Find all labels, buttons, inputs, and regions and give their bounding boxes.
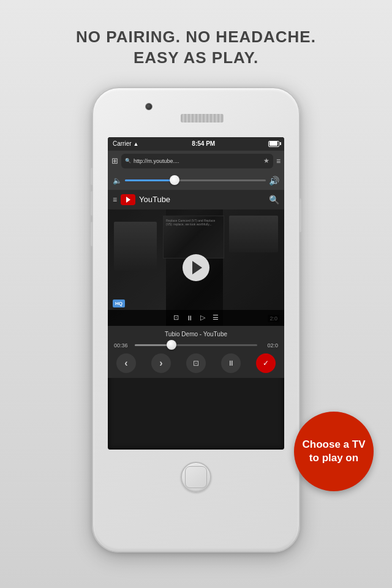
- video-controls-strip: ⊡ ⏸ ▷ ☰: [108, 310, 284, 326]
- tv-checkmark-icon: ✓: [263, 359, 269, 368]
- volume-fill: [125, 179, 175, 181]
- youtube-logo: [121, 194, 135, 205]
- next-button[interactable]: ›: [151, 353, 171, 373]
- volume-low-icon: 🔈: [113, 176, 122, 185]
- next-icon: ›: [159, 358, 162, 369]
- browser-bar[interactable]: ⊞ 🔍 http://m.youtube.... ★ ≡: [108, 151, 284, 172]
- hq-badge[interactable]: HQ: [113, 300, 125, 307]
- youtube-nav-bar: ≡ YouTube 🔍: [108, 190, 284, 209]
- player-seekbar[interactable]: 00:36 02:0: [114, 342, 278, 349]
- header-title: NO PAIRING. NO HEADACHE. EASY AS PLAY.: [12, 13, 380, 80]
- header-line1: NO PAIRING. NO HEADACHE.: [76, 28, 316, 46]
- pause-button[interactable]: ⏸: [221, 353, 241, 373]
- cast-icon: ⊡: [193, 359, 199, 368]
- seek-fill: [135, 344, 172, 346]
- phone-frame: Carrier ▲ 8:54 PM ⊞ 🔍 http://m.youtube..…: [92, 87, 300, 552]
- player-title: Tubio Demo - YouTube: [114, 331, 278, 337]
- search-button-icon[interactable]: 🔍: [269, 195, 279, 205]
- player-buttons: ‹ › ⊡ ⏸ ✓: [114, 353, 278, 373]
- volume-down-button[interactable]: [91, 222, 93, 246]
- player-section: Tubio Demo - YouTube 00:36 02:0 ‹ ›: [108, 326, 284, 378]
- phone-bottom: [181, 450, 211, 505]
- bookmark-star-icon[interactable]: ★: [263, 157, 270, 165]
- home-button-inner: [185, 466, 207, 488]
- video-area[interactable]: Replace Camcord (V7) and Replace (V5): r…: [108, 209, 284, 326]
- bookmarks-icon[interactable]: ⊞: [111, 156, 118, 165]
- ctrl-icon-4: ☰: [213, 314, 219, 322]
- url-text: http://m.youtube....: [134, 158, 261, 164]
- prev-button[interactable]: ‹: [116, 353, 136, 373]
- status-right: [268, 141, 279, 147]
- youtube-title: YouTube: [139, 195, 265, 204]
- header: NO PAIRING. NO HEADACHE. EASY AS PLAY.: [0, 0, 392, 87]
- ctrl-icon-2: ⏸: [186, 314, 193, 322]
- home-button[interactable]: [181, 462, 211, 492]
- hamburger-menu-icon[interactable]: ≡: [113, 195, 117, 204]
- browser-menu-icon[interactable]: ≡: [276, 157, 281, 165]
- status-bar: Carrier ▲ 8:54 PM: [108, 137, 284, 151]
- header-line2: EASY AS PLAY.: [134, 48, 258, 67]
- search-icon: 🔍: [125, 158, 131, 164]
- status-time: 8:54 PM: [192, 140, 215, 147]
- youtube-play-icon: [126, 197, 130, 203]
- seek-time-start: 00:36: [114, 342, 131, 349]
- volume-up-button[interactable]: [91, 191, 93, 216]
- seek-thumb[interactable]: [167, 340, 176, 350]
- play-triangle-icon: [192, 261, 202, 274]
- pause-icon: ⏸: [227, 359, 235, 368]
- callout-line2: to play on: [309, 452, 358, 464]
- camera: [145, 103, 153, 110]
- carrier-text: Carrier: [113, 140, 132, 147]
- volume-high-icon: 🔊: [269, 176, 279, 186]
- volume-track[interactable]: [125, 179, 266, 181]
- volume-slider: 🔈 🔊: [108, 172, 284, 190]
- ctrl-icon-3: ▷: [200, 314, 205, 322]
- sleep-button[interactable]: [299, 198, 301, 232]
- prev-icon: ‹: [124, 358, 127, 369]
- phone-speaker: [181, 114, 224, 123]
- callout-text: Choose a TV to play on: [298, 433, 371, 470]
- phone-top: [93, 88, 299, 137]
- phone-screen: Carrier ▲ 8:54 PM ⊞ 🔍 http://m.youtube..…: [108, 137, 284, 450]
- callout-line1: Choose a TV: [303, 439, 366, 450]
- tv-select-button[interactable]: ✓: [256, 353, 276, 373]
- volume-thumb[interactable]: [170, 175, 179, 185]
- ctrl-icon-1: ⊡: [173, 314, 179, 322]
- seek-time-end: 02:0: [261, 342, 278, 349]
- wifi-icon: ▲: [134, 141, 139, 147]
- battery-icon: [268, 141, 279, 147]
- url-box[interactable]: 🔍 http://m.youtube.... ★: [121, 154, 273, 168]
- mute-button[interactable]: [91, 168, 93, 185]
- cast-button[interactable]: ⊡: [186, 353, 206, 373]
- video-overlay: [108, 209, 284, 326]
- play-button[interactable]: [183, 254, 209, 281]
- seek-track[interactable]: [135, 344, 257, 346]
- carrier-label: Carrier ▲: [113, 140, 138, 147]
- callout-badge[interactable]: Choose a TV to play on: [294, 412, 374, 491]
